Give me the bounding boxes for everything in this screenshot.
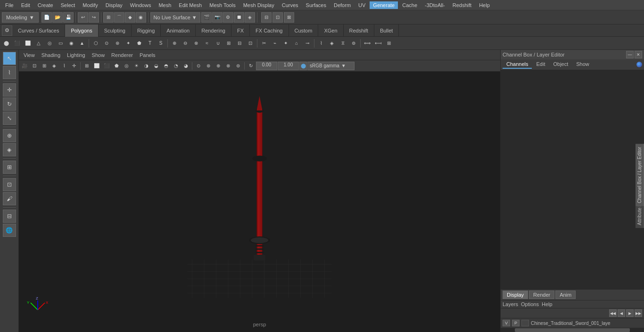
scale-tool-btn[interactable]: ⤡ bbox=[3, 112, 16, 125]
channel-tab-channels[interactable]: Channels bbox=[503, 60, 532, 69]
tab-fx[interactable]: FX bbox=[231, 24, 250, 37]
vp-wireframe-btn[interactable]: ⬜ bbox=[92, 61, 101, 71]
vp-colorspace-dropdown[interactable]: sRGB gamma ▼ bbox=[307, 62, 355, 70]
poly-gear-btn[interactable]: ✦ bbox=[123, 38, 133, 49]
panel-toggle-btn[interactable]: ⊠ bbox=[284, 12, 294, 23]
poke-btn[interactable]: ◈ bbox=[327, 38, 337, 49]
vp-grid-btn[interactable]: ⊞ bbox=[82, 61, 91, 71]
render-icon-btn[interactable]: 🌐 bbox=[3, 224, 16, 237]
move-tool-btn[interactable]: ✛ bbox=[3, 83, 16, 97]
menu-curves[interactable]: Curves bbox=[279, 1, 302, 9]
panels-menu[interactable]: Panels bbox=[137, 51, 158, 59]
undo-btn[interactable]: ↩ bbox=[78, 12, 88, 23]
shading-menu[interactable]: Shading bbox=[39, 51, 63, 59]
lasso-select-btn[interactable]: ⌇ bbox=[3, 66, 16, 79]
offset-edge-btn[interactable]: ⌂ bbox=[291, 38, 302, 49]
crease-btn[interactable]: ⌇ bbox=[316, 38, 326, 49]
paint-select-btn[interactable]: 🖌 bbox=[3, 192, 16, 205]
save-file-btn[interactable]: 💾 bbox=[63, 12, 74, 23]
tab-redshift[interactable]: Redshift bbox=[344, 24, 374, 37]
vp-tool-btn[interactable]: ✛ bbox=[69, 61, 79, 71]
vp-coord-x[interactable]: 0.00 bbox=[256, 62, 277, 70]
menu-mesh[interactable]: Mesh bbox=[155, 1, 174, 9]
vp-rot-icon[interactable]: ↻ bbox=[246, 61, 256, 71]
render-view-btn[interactable]: 🔲 bbox=[234, 12, 244, 23]
combine-btn[interactable]: ⊞ bbox=[223, 38, 234, 49]
tab-fx-caching[interactable]: FX Caching bbox=[250, 24, 289, 37]
show-manip-btn[interactable]: ⊞ bbox=[3, 161, 16, 174]
snap-curve-btn[interactable]: ⌒ bbox=[114, 12, 124, 23]
vp-smooth-shade-btn[interactable]: ⬛ bbox=[102, 61, 111, 71]
vp-xray-btn[interactable]: ◎ bbox=[122, 61, 131, 71]
vp-texture-btn[interactable]: ⬟ bbox=[112, 61, 121, 71]
panel-layout-btn[interactable]: ⊡ bbox=[272, 12, 283, 23]
insert-edge-btn[interactable]: ⌁ bbox=[270, 38, 280, 49]
redo-btn[interactable]: ↪ bbox=[89, 12, 99, 23]
vp-hudsel-btn[interactable]: ⊜ bbox=[233, 61, 243, 71]
boolean-btn[interactable]: ∪ bbox=[213, 38, 223, 49]
channel-tab-object[interactable]: Object bbox=[549, 60, 572, 69]
layer-nav-back2[interactable]: ◀◀ bbox=[609, 309, 617, 317]
render-btn[interactable]: 🎬 bbox=[201, 12, 212, 23]
extrude-btn[interactable]: ⊕ bbox=[169, 38, 180, 49]
show-menu[interactable]: Show bbox=[89, 51, 108, 59]
mirror-btn[interactable]: ⟺ bbox=[362, 38, 372, 49]
vp-camera-btn[interactable]: 🎥 bbox=[20, 61, 29, 71]
vp-light-btn[interactable]: ☀ bbox=[132, 61, 141, 71]
multi-cut-btn[interactable]: ✦ bbox=[281, 38, 291, 49]
renderer-menu[interactable]: Renderer bbox=[108, 51, 136, 59]
panel-arrange-btn[interactable]: ⊟ bbox=[261, 12, 272, 23]
menu-surfaces[interactable]: Surfaces bbox=[303, 1, 330, 9]
channel-tab-show[interactable]: Show bbox=[572, 60, 593, 69]
render-settings-btn[interactable]: ⚙ bbox=[223, 12, 233, 23]
ipr-btn[interactable]: 📷 bbox=[212, 12, 223, 23]
layer-nav-fwd2[interactable]: ▶▶ bbox=[635, 309, 642, 317]
vp-hud-btn[interactable]: ⊗ bbox=[223, 61, 233, 71]
menu-deform[interactable]: Deform bbox=[330, 1, 354, 9]
layer-nav-back[interactable]: ◀ bbox=[618, 309, 625, 317]
layer-scrollbar[interactable] bbox=[501, 328, 644, 332]
bridge-btn[interactable]: ⊖ bbox=[180, 38, 190, 49]
vp-shadow-btn[interactable]: ◑ bbox=[141, 61, 151, 71]
menu-display[interactable]: Display bbox=[102, 1, 126, 9]
vp-bb-btn[interactable]: ⊛ bbox=[204, 61, 213, 71]
vp-coord-y[interactable]: 1.00 bbox=[278, 62, 299, 70]
menu-modify[interactable]: Modify bbox=[79, 1, 101, 9]
separate-btn[interactable]: ⊟ bbox=[234, 38, 245, 49]
menu-3dtoall[interactable]: -3DtoAll- bbox=[421, 1, 448, 9]
layer-nav-fwd[interactable]: ▶ bbox=[626, 309, 634, 317]
vp-persp-btn[interactable]: ⊞ bbox=[40, 61, 49, 71]
poly-type-btn[interactable]: T bbox=[145, 38, 155, 49]
vp-ao-btn[interactable]: ◒ bbox=[151, 61, 161, 71]
snap-together-btn[interactable]: ⊡ bbox=[3, 178, 16, 191]
symmetrize-btn[interactable]: ⟻ bbox=[373, 38, 383, 49]
soft-select-btn[interactable]: ◈ bbox=[3, 143, 16, 156]
menu-create[interactable]: Create bbox=[34, 1, 57, 9]
menu-redshift[interactable]: Redshift bbox=[449, 1, 475, 9]
new-file-btn[interactable]: 📄 bbox=[41, 12, 52, 23]
poly-soccer-btn[interactable]: ⬟ bbox=[134, 38, 144, 49]
menu-file[interactable]: File bbox=[2, 1, 17, 9]
menu-select[interactable]: Select bbox=[58, 1, 79, 9]
channel-box-close-btn[interactable]: ✕ bbox=[635, 51, 642, 58]
channel-tab-edit[interactable]: Edit bbox=[532, 60, 549, 69]
menu-cache[interactable]: Cache bbox=[399, 1, 421, 9]
snap-view-btn[interactable]: ◉ bbox=[136, 12, 146, 23]
anim-tab[interactable]: Anim bbox=[555, 291, 576, 299]
fill-hole-btn[interactable]: ⊡ bbox=[245, 38, 256, 49]
poly-pyramid-btn[interactable]: ▲ bbox=[77, 38, 87, 49]
poly-helix-btn[interactable]: ⊛ bbox=[112, 38, 123, 49]
connect-btn[interactable]: ⊸ bbox=[302, 38, 313, 49]
layers-options[interactable]: Options bbox=[521, 301, 539, 307]
poly-disk-btn[interactable]: ◉ bbox=[66, 38, 76, 49]
layer-visibility-btn[interactable]: V bbox=[503, 320, 510, 326]
menu-windows[interactable]: Windows bbox=[127, 1, 155, 9]
layers-help[interactable]: Help bbox=[542, 301, 553, 307]
rotate-tool-btn[interactable]: ↻ bbox=[3, 97, 16, 111]
vp-dof-btn[interactable]: ◕ bbox=[181, 61, 190, 71]
menu-generate[interactable]: Generate bbox=[370, 1, 398, 9]
channel-box-side-tab[interactable]: Channel Box / Layer Editor bbox=[636, 144, 644, 206]
poly-prism-btn[interactable]: ⬡ bbox=[91, 38, 101, 49]
vp-motion-blur-btn[interactable]: ◔ bbox=[171, 61, 181, 71]
vp-ortho-btn[interactable]: ⊡ bbox=[30, 61, 39, 71]
